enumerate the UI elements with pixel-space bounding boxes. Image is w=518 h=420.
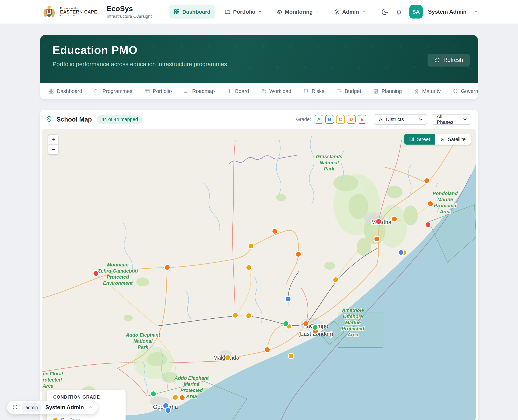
school-marker-grade-d[interactable] (272, 229, 278, 234)
tab-board[interactable]: Board (227, 88, 249, 94)
role-badge: admin (22, 403, 41, 412)
school-marker-grade-e[interactable] (93, 271, 99, 276)
school-marker-grade-c[interactable] (246, 313, 252, 319)
nav-item-monitoring[interactable]: Monitoring (272, 5, 324, 19)
chevron-down-icon (418, 117, 423, 122)
award-icon (414, 88, 419, 94)
chevron-down-icon (315, 9, 320, 15)
user-menu-button[interactable] (473, 9, 479, 15)
school-marker-grade-c[interactable] (233, 313, 238, 318)
avatar[interactable]: SA (409, 5, 423, 19)
tab-dashboard[interactable]: Dashboard (48, 88, 82, 94)
province-logo: Province of the EASTERN CAPE EDUCATION (41, 4, 97, 19)
chevron-down-icon (463, 117, 467, 122)
notifications-button[interactable] (395, 8, 403, 15)
shield-alert-icon (303, 88, 309, 94)
top-right-controls: SA System Admin (381, 5, 479, 19)
nav-item-label: Dashboard (182, 9, 211, 15)
grade-filter-b[interactable]: B (325, 115, 334, 124)
tab-label: Maturity (422, 88, 441, 94)
school-marker-grade-c[interactable] (246, 265, 252, 270)
school-marker-grade-e[interactable] (425, 222, 431, 228)
school-marker-grade-d[interactable] (428, 201, 433, 207)
phase-filter-select[interactable]: All Phases (432, 114, 471, 125)
tab-label: Workload (269, 88, 291, 94)
app-name: EcoSys (107, 5, 152, 13)
coat-of-arms-icon (41, 4, 57, 19)
grade-filter-d[interactable]: D (347, 115, 356, 124)
tab-planning[interactable]: Planning (373, 88, 402, 94)
hero-banner: ++++++++++++++++++++++++++++++++ Educati… (40, 35, 478, 83)
district-filter-select[interactable]: All Districts (374, 114, 427, 125)
school-marker-grade-a[interactable] (283, 321, 289, 327)
school-marker-grade-e[interactable] (376, 219, 381, 224)
folder-icon (224, 9, 231, 15)
school-marker-grade-b[interactable] (285, 296, 291, 302)
kanban-icon (227, 88, 232, 94)
chevron-down-icon (362, 9, 366, 15)
satellite-icon (440, 137, 445, 142)
table-icon (144, 88, 150, 94)
school-marker-grade-d[interactable] (424, 178, 430, 184)
legend-item-label: C - Poor (61, 417, 80, 420)
grade-filter-e[interactable]: E (358, 115, 366, 124)
tab-portfolio[interactable]: Portfolio (144, 88, 172, 94)
tab-label: Programmes (103, 88, 132, 94)
app-tagline: Infrastructure Oversight (107, 14, 152, 19)
school-marker-grade-c[interactable] (288, 353, 294, 359)
school-marker-grade-d[interactable] (265, 347, 270, 352)
nav-item-label: Portfolio (233, 9, 255, 15)
school-marker-grade-c[interactable] (173, 395, 178, 400)
pattern-plus: + (42, 42, 47, 52)
top-bar: Province of the EASTERN CAPE EDUCATION E… (0, 0, 518, 24)
tab-workload[interactable]: Workload (261, 88, 291, 94)
legend-items: C - Poor (53, 417, 119, 420)
user-menu-name[interactable]: System Admin (428, 9, 466, 15)
grade-filter-a[interactable]: A (315, 115, 323, 124)
school-marker-grade-d[interactable] (374, 236, 380, 242)
grade-filter-c[interactable]: C (336, 115, 345, 124)
tab-risks[interactable]: Risks (303, 88, 324, 94)
chev-icon (362, 9, 366, 14)
school-marker-grade-c[interactable] (225, 355, 231, 360)
map-canvas[interactable]: GrasslandsNationalPark PondolandMarinePr… (42, 129, 476, 420)
nav-item-portfolio[interactable]: Portfolio (220, 5, 267, 19)
zoom-out-button[interactable]: − (48, 144, 58, 154)
nav-item-admin[interactable]: Admin (329, 5, 371, 19)
dark-mode-toggle[interactable] (381, 8, 388, 15)
tab-maturity[interactable]: Maturity (414, 88, 441, 94)
gear-icon (334, 9, 340, 15)
school-marker-grade-d[interactable] (165, 265, 170, 270)
logo-caption-sub: EDUCATION (60, 15, 97, 17)
tab-label: Risks (312, 88, 324, 94)
refresh-icon (434, 57, 440, 63)
session-user-pill[interactable]: admin System Admin (7, 401, 98, 414)
lines-icon (184, 88, 189, 94)
tab-label: Roadmap (192, 88, 215, 94)
school-marker-grade-c[interactable] (333, 277, 338, 283)
nav-item-dashboard[interactable]: Dashboard (169, 5, 215, 19)
collapse-pill-button[interactable] (88, 405, 92, 410)
nav-item-label: Admin (342, 9, 359, 15)
tab-budget[interactable]: Budget (336, 88, 361, 94)
school-marker-grade-b[interactable] (165, 408, 171, 413)
chev-icon (258, 9, 262, 14)
school-marker-grade-d[interactable] (296, 252, 301, 257)
school-marker-grade-d[interactable] (392, 216, 397, 222)
street-layer-button[interactable]: Street (404, 134, 435, 144)
zoom-in-button[interactable]: + (48, 135, 58, 144)
wallet-icon (336, 88, 342, 94)
tab-programmes[interactable]: Programmes (94, 88, 132, 94)
school-marker-grade-d[interactable] (180, 395, 185, 401)
tab-governance[interactable]: Governance (453, 88, 478, 94)
school-marker-grade-a[interactable] (312, 325, 318, 330)
school-marker-grade-c[interactable] (248, 243, 254, 249)
tab-roadmap[interactable]: Roadmap (184, 88, 215, 94)
school-marker-grade-d[interactable] (303, 321, 309, 327)
school-marker-grade-b[interactable] (398, 250, 404, 255)
satellite-layer-button[interactable]: Satellite (435, 134, 471, 144)
grade-filter-group: ABCDE (315, 115, 366, 124)
refresh-button[interactable]: Refresh (427, 53, 470, 67)
school-marker-grade-a[interactable] (151, 391, 156, 397)
tab-label: Planning (381, 88, 402, 94)
